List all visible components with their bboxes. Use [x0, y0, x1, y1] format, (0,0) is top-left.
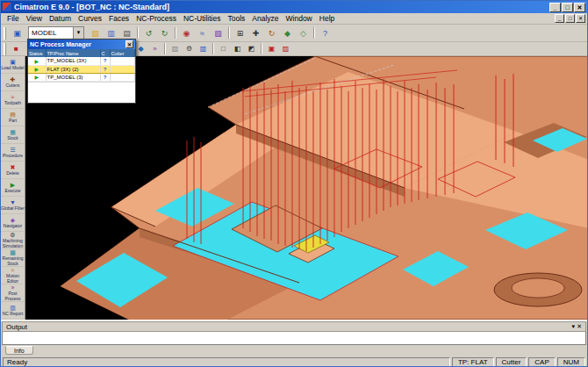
nc-process-manager-panel[interactable]: NC Process Manager ✕ StatusTP/Proc NameC…	[27, 39, 136, 104]
sidebar-item-navigator[interactable]: ◈Navigator	[1, 214, 25, 232]
close-button[interactable]: ✕	[576, 14, 585, 23]
column-header-status[interactable]: Status	[28, 49, 46, 57]
cutter-cell	[110, 65, 135, 73]
toolbar-separator	[137, 27, 139, 39]
template-icon[interactable]: ▧	[169, 43, 182, 54]
minimize-button[interactable]: _	[555, 14, 564, 23]
sidebar-item-machining-simulation[interactable]: ⚙Machining Simulation	[1, 232, 25, 249]
close-button[interactable]: ✕	[574, 3, 585, 12]
report-icon[interactable]: ▥	[197, 43, 210, 54]
active-set-combobox[interactable]: MODEL ▼	[28, 26, 84, 40]
sidebar-item-label: Remaining Stock	[1, 256, 25, 266]
sidebar-item-stock[interactable]: ▦Stock	[1, 126, 25, 144]
menu-nc-process[interactable]: NC-Process	[133, 13, 180, 24]
sidebar-item-label: Stock	[7, 136, 18, 140]
sidebar-item-label: NC Report	[3, 312, 24, 316]
status-cell-cap: CAP	[528, 357, 555, 367]
verify-icon[interactable]: ◆	[134, 43, 147, 54]
sidebar-item-part[interactable]: ▤Part	[1, 109, 25, 126]
window-tile-icon[interactable]: ▣	[265, 43, 278, 54]
minimize-button[interactable]: _	[549, 3, 561, 12]
sidebar-item-label: Global Filter	[1, 206, 25, 211]
sidebar-item-procedure[interactable]: ☰Procedure	[1, 144, 25, 162]
sidebar-item-global-filter[interactable]: ▼Global Filter	[1, 197, 25, 214]
zoom-fit-icon[interactable]: ⊞	[233, 26, 247, 40]
comment-icon: ?	[100, 65, 110, 73]
shaded-view-icon[interactable]: ◆	[280, 26, 295, 40]
window-cascade-icon[interactable]: ▨	[279, 43, 292, 54]
curve-icon[interactable]: ≈	[195, 26, 210, 40]
surface-icon[interactable]: ▧	[211, 26, 226, 40]
menu-faces[interactable]: Faces	[105, 13, 133, 24]
sidebar-item-label: Machining Simulation	[1, 239, 25, 248]
toolbar-separator	[228, 27, 230, 39]
column-header-c[interactable]: C	[100, 49, 110, 57]
column-header-cutter[interactable]: Cutter	[110, 49, 135, 57]
menu-tools[interactable]: Tools	[224, 13, 248, 24]
pin-icon[interactable]: ▾	[572, 323, 576, 330]
mdi-window-controls: _□✕	[555, 14, 587, 23]
process-new-icon[interactable]: ■	[10, 43, 23, 54]
sidebar-item-label: Part	[9, 119, 17, 123]
chevron-down-icon[interactable]: ▼	[73, 27, 83, 39]
status-bar: Ready TP: FLATCutterCAPNUM	[1, 356, 587, 367]
process-row[interactable]: ▶TP_MODEL (3)?	[28, 73, 135, 81]
menu-curves[interactable]: Curves	[75, 13, 105, 24]
rotate-view-icon[interactable]: ↻	[264, 26, 279, 40]
point-icon[interactable]: ◉	[179, 26, 194, 40]
sidebar-item-motion-editor[interactable]: ≈Motion Editor	[1, 267, 25, 284]
sidebar-item-label: Cutters	[5, 83, 19, 88]
sidebar-item-label: Delete	[6, 171, 18, 176]
new-document-icon[interactable]: ▣	[10, 26, 25, 40]
sidebar-item-label: Post Process	[1, 291, 25, 301]
post-process-icon[interactable]: »	[148, 43, 161, 54]
menu-bar: FileViewDatumCurvesFacesNC-ProcessNC-Uti…	[1, 13, 587, 25]
sidebar-item-delete[interactable]: ✖Delete	[1, 162, 25, 179]
window-controls: _□✕	[549, 3, 585, 12]
sidebar-item-toolpath[interactable]: ≈Toolpath	[1, 91, 25, 109]
panel-title-bar[interactable]: NC Process Manager ✕	[28, 40, 135, 49]
process-table-empty-area	[28, 82, 135, 103]
output-pane-header[interactable]: Output ▾ ✕	[2, 321, 586, 332]
title-bar: Cimatron E 9.0 - [BOT_NC : NC-Standard] …	[1, 1, 587, 13]
tab-info[interactable]: Info	[5, 346, 33, 355]
close-icon[interactable]: ✕	[125, 40, 133, 48]
toolbar-grip[interactable]	[4, 27, 6, 40]
redo-icon[interactable]: ↻	[157, 26, 172, 40]
menu-nc-utilities[interactable]: NC-Utilities	[180, 13, 225, 24]
menu-file[interactable]: File	[4, 13, 23, 24]
sidebar-item-nc-report[interactable]: ▥NC Report	[1, 302, 25, 320]
toolbar-grip[interactable]	[4, 43, 6, 55]
cutter-cell	[110, 57, 135, 65]
toolbar-separator	[212, 43, 214, 54]
help-icon[interactable]: ?	[318, 26, 333, 40]
column-header-tp-proc-name[interactable]: TP/Proc Name	[46, 49, 100, 57]
output-pane-title: Output	[6, 323, 27, 331]
maximize-button[interactable]: □	[562, 3, 573, 12]
zoom-in-icon[interactable]: ✚	[248, 26, 263, 40]
wireframe-view-icon[interactable]: ◇	[296, 26, 311, 40]
status-message: Ready	[3, 357, 450, 367]
process-row[interactable]: ▶TP_MODEL (3X)?	[28, 57, 135, 65]
menu-view[interactable]: View	[23, 13, 46, 24]
sidebar-item-label: Toolpath	[4, 101, 21, 105]
sidebar-item-remaining-stock[interactable]: ▩Remaining Stock	[1, 249, 25, 267]
nc-sidebar: ▣Load Model✚Cutters≈Toolpath▤Part▦Stock☰…	[1, 56, 25, 320]
process-name: TP_MODEL (3)	[46, 73, 100, 81]
maximize-button[interactable]: □	[565, 14, 575, 23]
sidebar-item-execute[interactable]: ▶Execute	[1, 179, 25, 197]
menu-datum[interactable]: Datum	[46, 13, 75, 24]
undo-icon[interactable]: ↺	[141, 26, 156, 40]
process-row[interactable]: ▶FLAT (3X) (2)?	[28, 65, 135, 73]
view-iso-icon[interactable]: ◩	[245, 43, 258, 54]
sidebar-item-load-model[interactable]: ▣Load Model	[1, 56, 25, 74]
menu-analyze[interactable]: Analyze	[248, 13, 282, 24]
menu-help[interactable]: Help	[316, 13, 338, 24]
machine-setup-icon[interactable]: ⚙	[183, 43, 196, 54]
close-icon[interactable]: ✕	[577, 323, 582, 330]
view-half-icon[interactable]: ◧	[231, 43, 244, 54]
sidebar-item-cutters[interactable]: ✚Cutters	[1, 74, 25, 91]
menu-window[interactable]: Window	[283, 13, 316, 24]
sidebar-item-post-process[interactable]: »Post Process	[1, 284, 25, 302]
view-front-icon[interactable]: □	[217, 43, 230, 54]
